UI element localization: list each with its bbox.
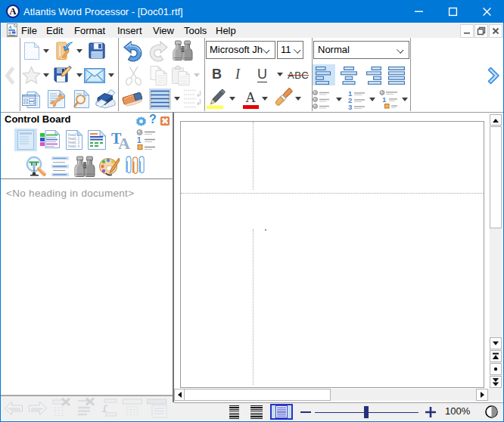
svg-text:1: 1 [137, 136, 142, 144]
svg-text:A: A [9, 6, 16, 17]
svg-text:head. 4: head. 4 [68, 144, 80, 148]
svg-text:A: A [8, 24, 12, 30]
svg-text:A: A [118, 134, 130, 150]
svg-text:1: 1 [382, 95, 387, 104]
svg-text:3: 3 [348, 103, 352, 110]
